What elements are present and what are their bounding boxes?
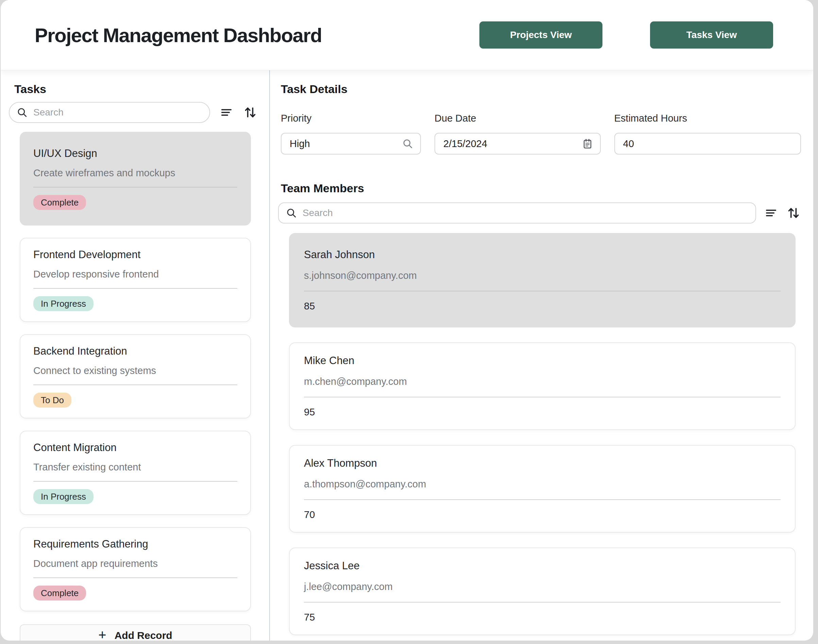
- task-card[interactable]: UI/UX DesignCreate wireframes and mockup…: [20, 132, 251, 225]
- divider: [304, 499, 781, 500]
- task-card[interactable]: Content MigrationTransfer existing conte…: [20, 431, 251, 515]
- priority-input[interactable]: [281, 133, 421, 155]
- status-badge: To Do: [33, 393, 71, 408]
- search-icon: [286, 207, 297, 219]
- member-name: Jessica Lee: [304, 560, 781, 572]
- status-badge: In Progress: [33, 296, 94, 311]
- due-date-value-input[interactable]: [443, 138, 581, 150]
- divider: [33, 187, 237, 187]
- divider: [33, 385, 237, 385]
- priority-label: Priority: [281, 113, 421, 124]
- filter-icon[interactable]: [219, 105, 234, 120]
- member-name: Sarah Johnson: [304, 248, 781, 261]
- task-description: Create wireframes and mockups: [33, 167, 237, 179]
- add-record-label: Add Record: [115, 630, 172, 641]
- tasks-panel: Tasks UI/UX DesignCreate wireframes and …: [1, 70, 270, 641]
- priority-field: Priority: [281, 113, 421, 155]
- tasks-search-input[interactable]: [33, 107, 206, 118]
- task-description: Transfer existing content: [33, 461, 237, 473]
- projects-view-button[interactable]: Projects View: [480, 21, 603, 49]
- member-number: 95: [304, 406, 781, 418]
- task-description: Connect to existing systems: [33, 365, 237, 376]
- page-title: Project Management Dashboard: [35, 24, 480, 46]
- member-card[interactable]: Jessica Leej.lee@company.com75: [289, 547, 796, 635]
- team-members-search-box[interactable]: [278, 202, 756, 224]
- status-badge: Complete: [33, 586, 86, 601]
- task-name: Backend Integration: [33, 345, 237, 357]
- member-email: s.johnson@company.com: [304, 270, 781, 281]
- member-email: m.chen@company.com: [304, 376, 781, 387]
- divider: [33, 288, 237, 289]
- calendar-icon[interactable]: [582, 138, 593, 149]
- sort-icon[interactable]: [786, 205, 801, 221]
- task-card[interactable]: Requirements GatheringDocument app requi…: [20, 527, 251, 612]
- team-members-search-row: [278, 202, 801, 224]
- task-details-panel: Task Details Priority Due Date: [270, 70, 813, 641]
- task-card[interactable]: Backend IntegrationConnect to existing s…: [20, 334, 251, 419]
- estimated-hours-value-input[interactable]: [623, 138, 793, 150]
- search-icon: [402, 138, 414, 149]
- divider: [304, 397, 781, 397]
- divider: [33, 481, 237, 481]
- header: Project Management Dashboard Projects Vi…: [1, 0, 813, 70]
- due-date-label: Due Date: [435, 113, 600, 124]
- team-members-search-input[interactable]: [302, 207, 752, 219]
- task-name: UI/UX Design: [33, 147, 237, 159]
- status-badge: Complete: [33, 195, 86, 210]
- divider: [304, 291, 781, 291]
- member-name: Mike Chen: [304, 354, 781, 367]
- search-icon: [16, 107, 28, 118]
- header-buttons: Projects View Tasks View: [480, 21, 773, 49]
- estimated-hours-field: Estimated Hours: [614, 113, 801, 155]
- task-name: Requirements Gathering: [33, 538, 237, 550]
- tasks-panel-title: Tasks: [14, 83, 258, 96]
- member-number: 70: [304, 509, 781, 520]
- divider: [304, 602, 781, 603]
- member-card[interactable]: Alex Thompsona.thompson@company.com70: [289, 445, 796, 533]
- estimated-hours-input[interactable]: [614, 133, 801, 155]
- task-list: UI/UX DesignCreate wireframes and mockup…: [20, 132, 251, 612]
- filter-icon[interactable]: [764, 205, 778, 221]
- task-name: Content Migration: [33, 442, 237, 454]
- member-list: Sarah Johnsons.johnson@company.com85Mike…: [289, 233, 796, 635]
- due-date-field: Due Date: [435, 113, 600, 155]
- sort-icon[interactable]: [243, 105, 258, 120]
- task-name: Frontend Development: [33, 248, 237, 261]
- tasks-view-button[interactable]: Tasks View: [650, 21, 773, 49]
- task-description: Develop responsive frontend: [33, 268, 237, 280]
- task-card[interactable]: Frontend DevelopmentDevelop responsive f…: [20, 238, 251, 322]
- plus-icon: +: [98, 628, 106, 641]
- member-name: Alex Thompson: [304, 457, 781, 469]
- member-card[interactable]: Mike Chenm.chen@company.com95: [289, 342, 796, 430]
- task-details-title: Task Details: [281, 83, 801, 96]
- add-task-record-button[interactable]: + Add Record: [20, 624, 251, 641]
- member-email: j.lee@company.com: [304, 581, 781, 592]
- estimated-hours-label: Estimated Hours: [614, 113, 801, 124]
- app-window: Project Management Dashboard Projects Vi…: [1, 0, 813, 641]
- task-description: Document app requirements: [33, 558, 237, 569]
- team-members-title: Team Members: [281, 182, 801, 195]
- status-badge: In Progress: [33, 489, 94, 504]
- task-fields-row: Priority Due Date: [281, 113, 801, 155]
- divider: [33, 577, 237, 578]
- tasks-search-row: [9, 102, 258, 123]
- content: Tasks UI/UX DesignCreate wireframes and …: [1, 70, 813, 641]
- member-number: 75: [304, 612, 781, 623]
- due-date-input[interactable]: [435, 133, 600, 155]
- member-email: a.thompson@company.com: [304, 478, 781, 490]
- tasks-search-box[interactable]: [9, 102, 210, 123]
- member-card[interactable]: Sarah Johnsons.johnson@company.com85: [289, 233, 796, 327]
- priority-value-input[interactable]: [289, 138, 402, 150]
- member-number: 85: [304, 300, 781, 312]
